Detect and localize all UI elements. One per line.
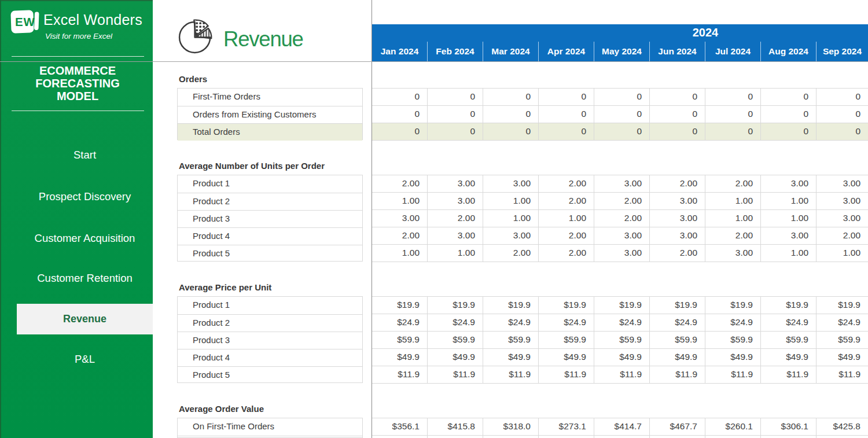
svg-text:EW: EW [15, 15, 35, 28]
